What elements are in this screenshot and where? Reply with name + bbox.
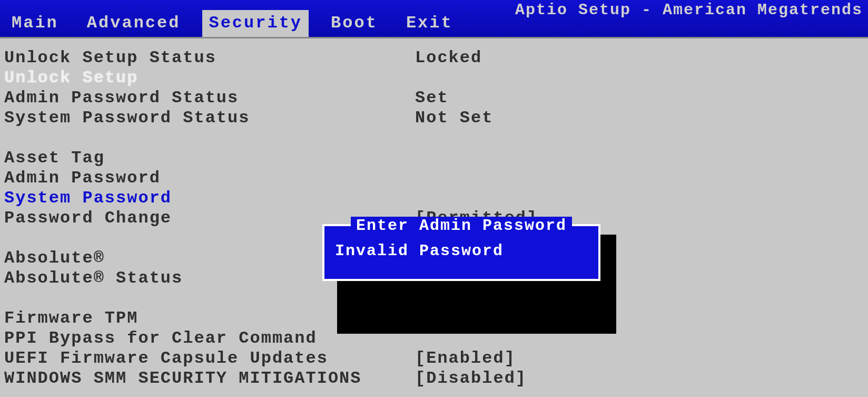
tab-security[interactable]: Security xyxy=(202,10,309,37)
tab-exit[interactable]: Exit xyxy=(400,10,459,37)
row-admin-password[interactable]: Admin Password xyxy=(4,168,868,188)
dialog-title-wrap: Enter Admin Password xyxy=(324,216,598,235)
spacer xyxy=(4,128,868,148)
value-unlock-setup-status: Locked xyxy=(415,48,482,68)
label-unlock-setup-status: Unlock Setup Status xyxy=(4,48,415,68)
label-system-password: System Password xyxy=(4,188,415,208)
value-uefi-capsule: [Enabled] xyxy=(415,348,516,369)
label-admin-password: Admin Password xyxy=(4,168,415,188)
row-system-password-status: System Password Status Not Set xyxy=(4,108,868,128)
password-dialog[interactable]: Enter Admin Password Invalid Password xyxy=(322,224,600,281)
bios-title: Aptio Setup - American Megatrends xyxy=(515,1,863,19)
tab-advanced[interactable]: Advanced xyxy=(81,10,187,37)
value-system-password-status: Not Set xyxy=(415,108,493,128)
label-uefi-capsule: UEFI Firmware Capsule Updates xyxy=(4,348,415,369)
tab-boot[interactable]: Boot xyxy=(324,10,384,37)
row-system-password[interactable]: System Password xyxy=(4,188,868,208)
value-admin-password-status: Set xyxy=(415,88,449,108)
dialog-title: Enter Admin Password xyxy=(351,217,572,235)
row-smm-mitigations[interactable]: WINDOWS SMM SECURITY MITIGATIONS [Disabl… xyxy=(4,369,868,389)
label-unlock-setup: Unlock Setup xyxy=(4,68,415,88)
row-unlock-setup-status: Unlock Setup Status Locked xyxy=(4,48,868,68)
label-system-password-status: System Password Status xyxy=(4,108,415,128)
security-content: Unlock Setup Status Locked Unlock Setup … xyxy=(0,38,868,389)
label-smm-mitigations: WINDOWS SMM SECURITY MITIGATIONS xyxy=(4,369,415,389)
row-uefi-capsule[interactable]: UEFI Firmware Capsule Updates [Enabled] xyxy=(4,348,868,369)
row-unlock-setup[interactable]: Unlock Setup xyxy=(4,68,868,88)
row-asset-tag[interactable]: Asset Tag xyxy=(4,148,868,168)
tab-main[interactable]: Main xyxy=(5,10,65,37)
label-admin-password-status: Admin Password Status xyxy=(4,88,415,108)
row-admin-password-status: Admin Password Status Set xyxy=(4,88,868,108)
value-smm-mitigations: [Disabled] xyxy=(415,369,527,389)
label-asset-tag: Asset Tag xyxy=(4,148,415,168)
bios-header: Aptio Setup - American Megatrends Main A… xyxy=(0,0,868,37)
